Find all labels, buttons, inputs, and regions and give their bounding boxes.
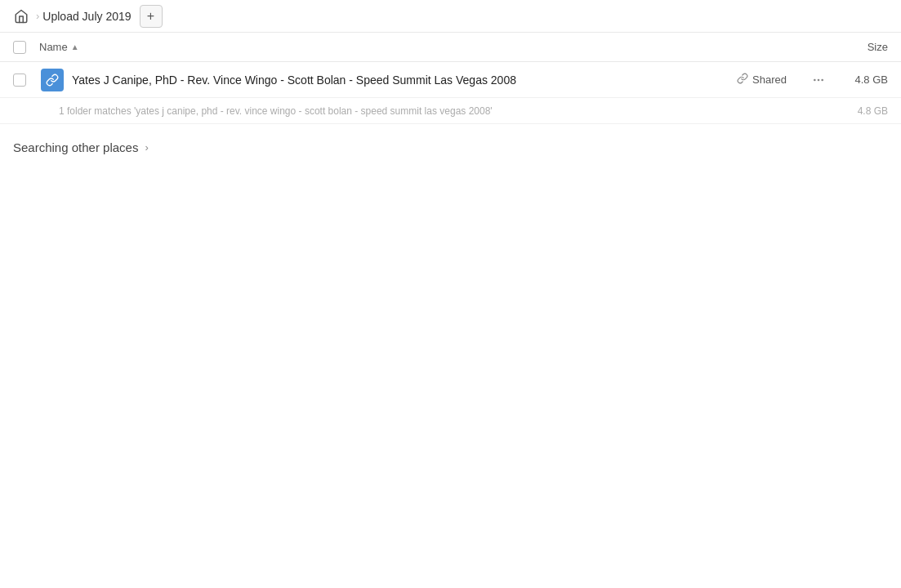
sub-match-size: 4.8 GB [835,105,888,117]
svg-point-1 [818,78,820,81]
header-bar: › Upload July 2019 + [0,0,901,33]
sub-match-text: 1 folder matches 'yates j canipe, phd - … [59,105,835,117]
add-button[interactable]: + [140,5,163,28]
sort-arrow-icon: ▲ [71,42,79,51]
row-checkbox-col[interactable] [13,74,39,87]
breadcrumb-separator: › [36,10,39,22]
sub-match-row: 1 folder matches 'yates j canipe, phd - … [0,98,901,124]
file-list-row[interactable]: Yates J Canipe, PhD - Rev. Vince Wingo -… [0,62,901,98]
svg-point-0 [814,78,816,81]
shared-label: Shared [752,74,787,86]
more-options-button[interactable] [809,70,828,90]
searching-other-places[interactable]: Searching other places › [0,124,901,171]
home-button[interactable] [10,5,33,28]
file-size: 4.8 GB [835,74,888,86]
name-column-header[interactable]: Name ▲ [39,41,823,53]
searching-label: Searching other places [13,140,138,154]
size-column-label: Size [868,41,888,53]
name-column-label: Name [39,41,68,53]
svg-point-2 [821,78,823,81]
row-checkbox[interactable] [13,74,26,87]
size-column-header[interactable]: Size [823,41,888,53]
breadcrumb-title: Upload July 2019 [42,10,131,23]
file-name: Yates J Canipe, PhD - Rev. Vince Wingo -… [72,74,737,87]
shared-status: Shared [737,73,802,87]
file-type-icon [39,67,65,93]
searching-chevron-icon: › [145,141,148,154]
select-all-checkbox[interactable] [13,41,26,54]
link-icon [737,73,748,87]
column-headers: Name ▲ Size [0,33,901,62]
folder-icon [41,69,64,91]
select-all-checkbox-col[interactable] [13,41,39,54]
